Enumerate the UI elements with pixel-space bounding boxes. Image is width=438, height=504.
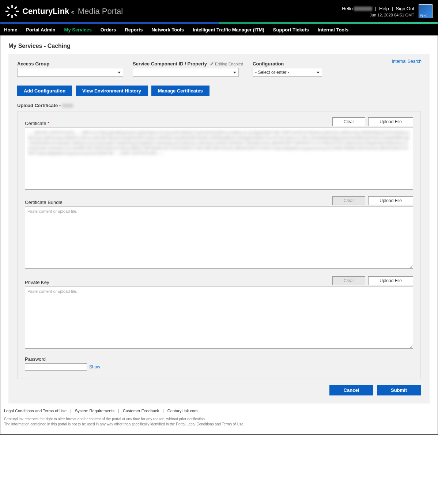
footer-legal-link[interactable]: Legal Conditions and Terms of Use (4, 409, 67, 413)
help-link[interactable]: Help (379, 6, 389, 11)
caret-icon (118, 72, 121, 73)
svg-rect-1 (11, 5, 13, 8)
password-input[interactable] (25, 363, 87, 371)
bundle-textarea[interactable] (25, 206, 413, 269)
bundle-clear-button[interactable]: Clear (332, 196, 366, 205)
footer-feedback-link[interactable]: Customer Feedback (123, 409, 159, 413)
footer-clcom-link[interactable]: CenturyLink.com (167, 409, 198, 413)
upload-cert-section-title: Upload Certificate - (17, 103, 421, 108)
svg-rect-4 (16, 11, 19, 12)
topbar: CenturyLink® Media Portal Hello | Help |… (0, 0, 438, 22)
nav-home[interactable]: Home (4, 27, 17, 33)
nav-network-tools[interactable]: Network Tools (151, 27, 184, 33)
nav-my-services[interactable]: My Services (64, 27, 92, 33)
svg-rect-8 (14, 14, 17, 16)
edit-icon (210, 62, 214, 66)
nav-portal-admin[interactable]: Portal Admin (26, 27, 55, 33)
cert-name-redacted (62, 104, 73, 107)
caret-icon (317, 72, 320, 73)
nav-itm[interactable]: Intelligent Traffic Manager (ITM) (193, 27, 264, 33)
signout-link[interactable]: Sign Out (396, 6, 414, 11)
configuration-select[interactable]: - Select or enter - (253, 68, 322, 77)
certificate-panel: Certificate * Clear Upload File -----BEG… (17, 111, 421, 379)
private-key-label: Private Key (25, 280, 49, 285)
user-name-redacted (354, 7, 372, 11)
svg-point-0 (10, 10, 14, 14)
access-group-select[interactable] (17, 68, 123, 77)
view-environment-history-button[interactable]: View Environment History (76, 86, 148, 96)
footer-disclaimer-2: The information contained in this portal… (4, 422, 434, 427)
add-configuration-button[interactable]: Add Configuration (17, 86, 72, 96)
nav-reports[interactable]: Reports (125, 27, 143, 33)
brand-reg: ® (71, 11, 74, 15)
certificate-upload-button[interactable]: Upload File (368, 117, 413, 126)
main-panel: Internal Search Access Group Service Com… (8, 54, 430, 403)
nav-orders[interactable]: Orders (101, 27, 116, 33)
scid-label: Service Component ID / Property (133, 61, 207, 67)
header-timestamp: Jun 12, 2020 04:51 GMT (342, 13, 414, 17)
footer-disclaimer-1: CenturyLink reserves the right to alter … (4, 417, 434, 422)
footer: Legal Conditions and Terms of Use | Syst… (0, 403, 438, 434)
certificate-label: Certificate * (25, 121, 49, 126)
private-key-textarea[interactable] (25, 287, 413, 349)
caret-icon (233, 72, 236, 73)
password-label: Password (25, 356, 413, 362)
configuration-label: Configuration (253, 61, 322, 67)
certificate-clear-button[interactable]: Clear (332, 117, 366, 126)
header-right: Hello | Help | Sign Out Jun 12, 2020 04:… (342, 4, 433, 18)
svg-rect-6 (7, 14, 10, 16)
editing-enabled-badge: Editing Enabled (210, 62, 243, 66)
brand-subtitle: Media Portal (78, 7, 123, 16)
footer-sysreq-link[interactable]: System Requirements (75, 409, 114, 413)
svg-rect-5 (14, 6, 17, 9)
certificate-textarea[interactable]: -----BEGIN CERTIFICATE----- MIIFXzCCBEeg… (25, 128, 413, 190)
page-title: My Services - Caching (8, 43, 430, 49)
manage-certificates-button[interactable]: Manage Certificates (151, 86, 209, 96)
certificate-content-redacted: -----BEGIN CERTIFICATE----- MIIFXzCCBEeg… (28, 130, 410, 156)
hello-label: Hello (342, 6, 353, 11)
submit-button[interactable]: Submit (377, 385, 421, 395)
brand-name: CenturyLink (22, 7, 69, 16)
nav-support[interactable]: Support Tickets (273, 27, 309, 33)
key-upload-button[interactable]: Upload File (368, 276, 413, 285)
configuration-value: - Select or enter - (255, 70, 289, 75)
access-group-label: Access Group (17, 61, 123, 67)
svg-rect-3 (5, 11, 8, 12)
internal-search-link[interactable]: Internal Search (392, 59, 422, 64)
cancel-button[interactable]: Cancel (329, 385, 373, 395)
brand: CenturyLink® Media Portal (5, 5, 123, 18)
key-clear-button[interactable]: Clear (332, 276, 366, 285)
svg-rect-2 (11, 15, 13, 18)
bundle-label: Certificate Bundle (25, 200, 63, 205)
vyvx-logo: Vyvx (419, 4, 433, 18)
nav-internal[interactable]: Internal Tools (318, 27, 348, 33)
brand-logo-icon (5, 5, 19, 18)
main-nav: Home Portal Admin My Services Orders Rep… (0, 24, 438, 35)
password-show-link[interactable]: Show (89, 364, 100, 370)
bundle-upload-button[interactable]: Upload File (368, 196, 413, 205)
scid-select[interactable] (133, 68, 239, 77)
svg-rect-7 (7, 6, 10, 9)
